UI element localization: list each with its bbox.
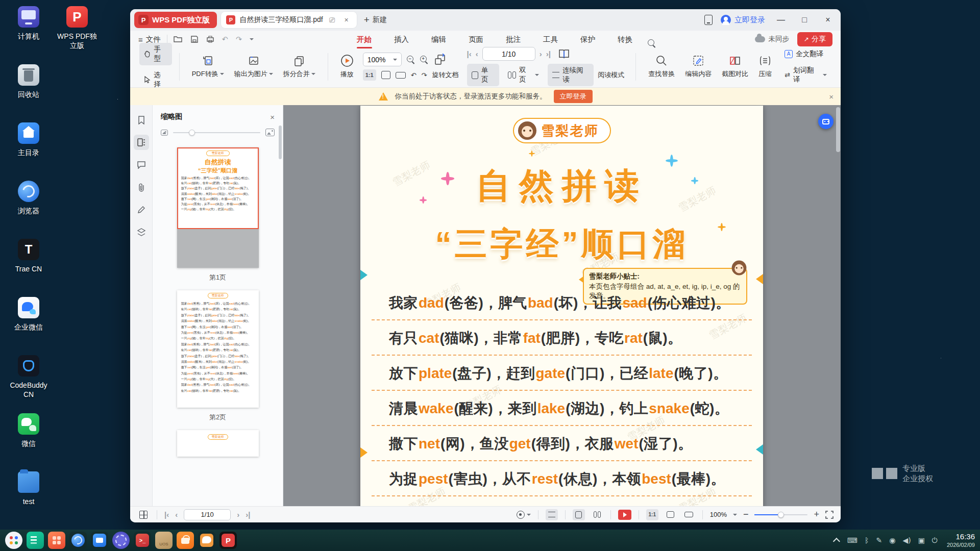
tray-power-icon[interactable]: ⏻ bbox=[932, 536, 938, 545]
sb-last-page-icon[interactable]: ›| bbox=[246, 510, 250, 519]
zoom-combobox[interactable]: 100% bbox=[363, 53, 402, 66]
zoom-out-icon[interactable]: − bbox=[407, 56, 415, 64]
single-page-button[interactable]: 单页 bbox=[467, 64, 499, 86]
zoom-in-icon[interactable]: + bbox=[420, 56, 428, 64]
layers-panel-icon[interactable] bbox=[134, 224, 149, 240]
read-mode-icon[interactable] bbox=[558, 48, 570, 60]
select-tool-button[interactable]: 选择 bbox=[139, 68, 172, 91]
desktop-icon-test[interactable]: test bbox=[5, 468, 52, 527]
new-tab-button[interactable]: + 新建 bbox=[364, 14, 387, 26]
redo-icon[interactable]: ↷ bbox=[236, 35, 242, 43]
menu-tab-开始[interactable]: 开始 bbox=[356, 32, 373, 47]
menu-tab-保护[interactable]: 保护 bbox=[579, 32, 596, 47]
export-image-button[interactable]: 输出为图片 bbox=[234, 55, 273, 79]
taskbar-app-multitask[interactable] bbox=[27, 532, 44, 549]
page-thumbnail-3[interactable]: 雪梨老师 bbox=[177, 430, 259, 457]
last-page-icon[interactable]: ›| bbox=[546, 49, 551, 58]
ai-assistant-fab[interactable] bbox=[818, 114, 834, 129]
share-button[interactable]: ↗ 分享 bbox=[797, 32, 832, 46]
taskbar-app-browser[interactable] bbox=[69, 532, 87, 549]
next-page-icon[interactable]: › bbox=[540, 49, 542, 58]
word-translate-button[interactable]: ⇄ 划词翻译 bbox=[780, 64, 831, 86]
login-button[interactable]: 立即登录 bbox=[721, 15, 765, 25]
desktop-icon-home[interactable]: 主目录 bbox=[5, 119, 52, 178]
pdf-convert-button[interactable]: PDF转换 bbox=[192, 55, 224, 79]
desktop-icon-computer[interactable]: 计算机 bbox=[5, 3, 52, 61]
tray-pen-icon[interactable]: ✎ bbox=[876, 536, 882, 544]
close-button[interactable]: × bbox=[820, 15, 836, 24]
thumbnail-scrollbar[interactable] bbox=[279, 126, 282, 159]
app-home-pill[interactable]: P WPS PDF独立版 bbox=[134, 12, 217, 28]
thumb-smaller-icon[interactable] bbox=[161, 130, 168, 136]
thumb-larger-icon[interactable] bbox=[265, 129, 275, 136]
hand-tool-button[interactable]: 手型 bbox=[139, 43, 172, 65]
qat-dropdown-icon[interactable] bbox=[250, 38, 254, 40]
tab-close-icon[interactable]: × bbox=[341, 16, 352, 24]
taskbar-app-app-store[interactable] bbox=[177, 532, 194, 549]
find-replace-button[interactable]: 查找替换 bbox=[648, 55, 675, 79]
clock[interactable]: 16:36 2026/02/09 bbox=[947, 532, 975, 549]
banner-close-icon[interactable]: × bbox=[829, 92, 834, 101]
double-page-button[interactable]: 双页 bbox=[503, 64, 544, 86]
split-merge-button[interactable]: 拆分合并 bbox=[283, 55, 315, 79]
first-page-icon[interactable]: |‹ bbox=[467, 49, 472, 58]
menu-tab-转换[interactable]: 转换 bbox=[617, 32, 633, 47]
statusbar-grid-icon[interactable] bbox=[137, 509, 150, 520]
menu-tab-页面[interactable]: 页面 bbox=[468, 32, 484, 47]
tray-expand-icon[interactable] bbox=[833, 538, 840, 545]
sync-status[interactable]: 未同步 bbox=[755, 35, 789, 44]
desktop-icon-wecom[interactable]: 企业微信 bbox=[5, 294, 52, 352]
compress-button[interactable]: 压缩 bbox=[758, 55, 772, 79]
sb-fit-page-icon[interactable] bbox=[665, 509, 677, 520]
document-tab[interactable]: P 自然拼读三字经顺口溜.pdf ⎚ × bbox=[221, 12, 356, 28]
play-button[interactable]: 播放 bbox=[340, 54, 354, 79]
tray-privacy-icon[interactable]: ◉ bbox=[889, 536, 895, 544]
sb-continuous-icon[interactable] bbox=[546, 509, 558, 520]
comments-panel-icon[interactable] bbox=[134, 157, 149, 172]
actual-size-button[interactable]: 1:1 bbox=[363, 69, 376, 81]
attachments-panel-icon[interactable] bbox=[134, 180, 149, 195]
sb-zoom-knob[interactable] bbox=[778, 512, 784, 518]
desktop-icon-trae[interactable]: Trae CN bbox=[5, 236, 52, 294]
desktop-icon-wechat[interactable]: 微信 bbox=[5, 410, 52, 468]
page-thumbnail-2[interactable]: 雪梨老师 我家dad(爸爸)，脾气bad(坏)，让我sad(伤心难过)。有只ca… bbox=[177, 290, 259, 408]
sb-actual-size-button[interactable]: 1:1 bbox=[646, 509, 658, 520]
thumb-size-slider[interactable] bbox=[173, 132, 260, 133]
sb-single-page-icon[interactable] bbox=[573, 509, 585, 520]
thumbnails-panel-icon[interactable] bbox=[134, 135, 149, 150]
taskbar-app-uos-box[interactable] bbox=[155, 532, 173, 549]
tab-screen-icon[interactable]: ⎚ bbox=[327, 16, 337, 24]
taskbar-app-wps-pdf[interactable] bbox=[219, 532, 237, 549]
signature-panel-icon[interactable] bbox=[134, 202, 149, 217]
sb-view-options-icon[interactable] bbox=[517, 509, 531, 520]
taskbar-app-terminal[interactable] bbox=[134, 532, 151, 549]
menu-tab-插入[interactable]: 插入 bbox=[393, 32, 410, 47]
prev-page-icon[interactable]: ‹ bbox=[476, 49, 478, 58]
sb-fit-width-icon[interactable] bbox=[683, 509, 695, 520]
rotate-doc-label[interactable]: 旋转文档 bbox=[432, 70, 459, 80]
taskbar-app-launcher[interactable] bbox=[5, 532, 22, 549]
thumb-size-knob[interactable] bbox=[189, 130, 195, 136]
rotate-doc-icon[interactable] bbox=[433, 54, 447, 66]
save-icon[interactable] bbox=[190, 35, 199, 43]
edit-content-button[interactable]: 编辑内容 bbox=[685, 55, 712, 79]
fit-width-icon[interactable] bbox=[396, 72, 406, 79]
document-scrollbar[interactable] bbox=[836, 107, 840, 152]
sb-zoom-out-button[interactable]: − bbox=[743, 509, 749, 520]
bookmarks-panel-icon[interactable] bbox=[134, 112, 149, 128]
thumbnail-panel-close-icon[interactable]: × bbox=[270, 113, 275, 121]
open-folder-icon[interactable] bbox=[174, 35, 183, 43]
rotate-left-icon[interactable]: ↶ bbox=[411, 71, 416, 79]
tray-notification-icon[interactable]: ▣ bbox=[918, 536, 925, 544]
sb-prev-page-icon[interactable]: ‹ bbox=[175, 510, 178, 519]
taskbar-app-app-grid[interactable] bbox=[48, 532, 65, 549]
tray-bluetooth-icon[interactable]: ᛒ bbox=[865, 536, 869, 544]
sb-double-page-icon[interactable] bbox=[591, 509, 603, 520]
sb-next-page-icon[interactable]: › bbox=[237, 510, 239, 519]
taskbar-app-settings[interactable] bbox=[112, 532, 130, 549]
taskbar-app-chat[interactable] bbox=[198, 532, 215, 549]
desktop-icon-trash[interactable]: 回收站 bbox=[5, 61, 52, 119]
tray-volume-icon[interactable]: ◀) bbox=[902, 536, 911, 544]
mobile-device-icon[interactable] bbox=[704, 15, 713, 25]
sb-fullscreen-icon[interactable] bbox=[825, 511, 834, 519]
